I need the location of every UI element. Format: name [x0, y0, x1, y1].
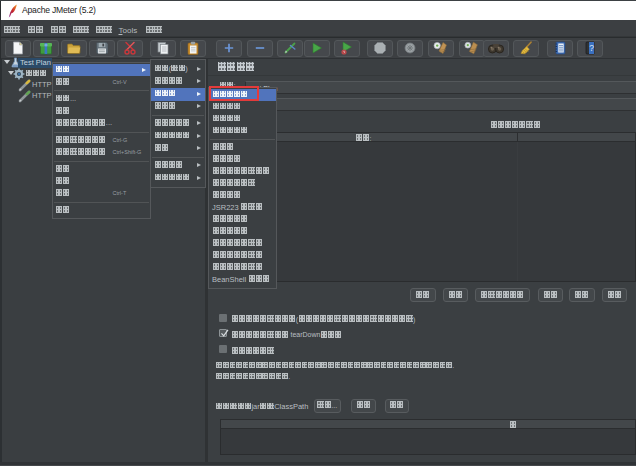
svg-text:?: ?: [589, 43, 594, 53]
